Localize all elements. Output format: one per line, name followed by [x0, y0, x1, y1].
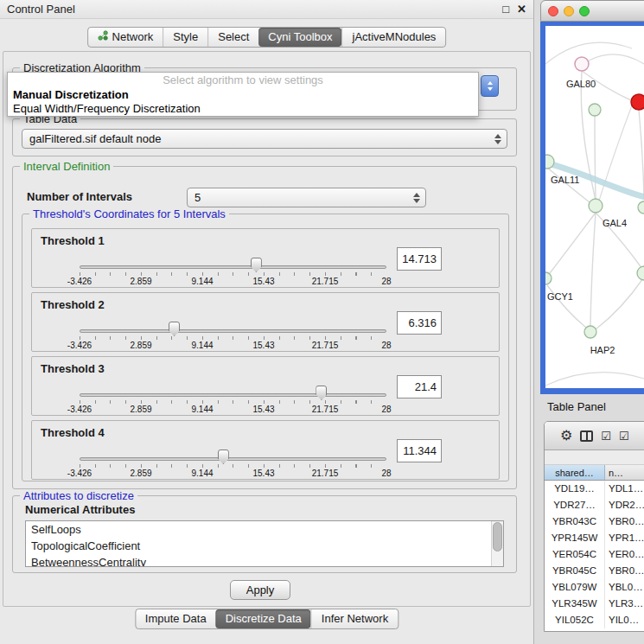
list-item[interactable]: TopologicalCoefficient	[26, 538, 503, 554]
table-row[interactable]: YBR045C YBR0…	[545, 563, 644, 579]
slider-thumb[interactable]	[316, 386, 327, 400]
cyni-bottom-tab-bar: Impute Data Discretize Data Infer Networ…	[135, 609, 399, 629]
algorithm-dropdown-popup: Select algorithm to view settings Manual…	[7, 72, 479, 117]
node-hap2[interactable]	[584, 326, 596, 338]
cell[interactable]: YER054C	[545, 546, 605, 563]
slider-track[interactable]	[80, 265, 386, 269]
show-columns-icon[interactable]	[580, 430, 593, 442]
tick-label: -3.426	[67, 277, 92, 286]
cell[interactable]: YDL1…	[605, 481, 644, 497]
node[interactable]	[638, 201, 644, 214]
gear-icon[interactable]: ⚙	[560, 429, 572, 443]
algorithm-combo-stepper[interactable]	[481, 75, 499, 97]
node[interactable]	[589, 104, 601, 116]
threshold-3-slider[interactable]: -3.426 2.859 9.144 15.43 21.715 28	[80, 388, 386, 414]
slider-thumb[interactable]	[169, 322, 180, 336]
cell[interactable]: YBR0…	[605, 563, 644, 579]
slider-thumb[interactable]	[251, 258, 262, 272]
number-of-intervals-combo[interactable]: 5	[187, 188, 426, 207]
tab-jactivemnodules[interactable]: jActiveMNodules	[342, 28, 446, 47]
menu-item-equal-width-frequency[interactable]: Equal Width/Frequency Discretization	[8, 102, 478, 116]
tab-style[interactable]: Style	[163, 28, 207, 47]
network-canvas[interactable]: GAL80 GAL11 GAL4 GCY1 HAP2	[545, 26, 644, 388]
threshold-2-value-field[interactable]: 6.316	[397, 311, 442, 335]
table-row[interactable]: YBL079W YBL0…	[545, 579, 644, 596]
node-gal80[interactable]	[575, 57, 589, 71]
node-gal4[interactable]	[589, 199, 603, 213]
table-body: YDL19… YDL1… YDR27… YDR2… YBR043C YBR0… …	[545, 481, 644, 628]
node-gal11[interactable]	[545, 155, 554, 169]
cell[interactable]: YLR3…	[605, 596, 644, 612]
tab-label: jActiveMNodules	[353, 28, 437, 47]
node-label-gcy1: GCY1	[547, 291, 573, 302]
table-data-combo[interactable]: galFiltered.sif default node	[22, 129, 507, 149]
threshold-4-slider[interactable]: -3.426 2.859 9.144 15.43 21.715 28	[80, 452, 386, 478]
table-row[interactable]: YBR043C YBR0…	[545, 513, 644, 530]
tab-network[interactable]: Network	[88, 28, 163, 47]
table-row[interactable]: YPR145W YPR1…	[545, 530, 644, 546]
node-gcy1[interactable]	[545, 272, 552, 284]
table-row[interactable]: YDR27… YDR2…	[545, 497, 644, 513]
cell[interactable]: YDR27…	[545, 497, 605, 513]
threshold-3-title: Threshold 3	[41, 362, 105, 375]
list-item[interactable]: BetweennessCentrality	[26, 554, 503, 567]
scrollbar-thumb[interactable]	[493, 522, 502, 552]
tab-select[interactable]: Select	[207, 28, 258, 47]
cell[interactable]: YIL052C	[545, 612, 605, 628]
list-item[interactable]: SelfLoops	[26, 521, 503, 538]
threshold-3-value-field[interactable]: 21.4	[397, 375, 442, 399]
network-tab-icon	[98, 28, 108, 47]
table-row[interactable]: YER054C YER0…	[545, 546, 644, 563]
table-row[interactable]: YDL19… YDL1…	[545, 481, 644, 497]
tab-impute-data[interactable]: Impute Data	[136, 609, 216, 628]
tab-discretize-data[interactable]: Discretize Data	[216, 609, 311, 628]
cell[interactable]: YDR2…	[605, 497, 644, 513]
threshold-1-slider[interactable]: -3.426 2.859 9.144 15.43 21.715 28	[80, 260, 386, 286]
tab-infer-network[interactable]: Infer Network	[311, 609, 398, 628]
cell[interactable]: YBR043C	[545, 513, 605, 530]
close-icon[interactable]: ✕	[517, 0, 526, 19]
select-none-icon[interactable]: ☑	[619, 430, 629, 442]
table-row[interactable]: YLR345W YLR3…	[545, 596, 644, 612]
cell[interactable]: YBR0…	[605, 513, 644, 530]
slider-track[interactable]	[80, 329, 386, 333]
close-traffic-light[interactable]	[548, 6, 558, 16]
threshold-1-title: Threshold 1	[41, 234, 105, 247]
cell[interactable]: YIL0…	[605, 612, 644, 628]
numerical-attributes-list[interactable]: SelfLoops TopologicalCoefficient Between…	[25, 520, 504, 567]
slider-track[interactable]	[80, 393, 386, 397]
cell[interactable]: YER0…	[605, 546, 644, 563]
column-header-name[interactable]: n…	[605, 465, 644, 481]
cell[interactable]: YLR345W	[545, 596, 605, 612]
list-scrollbar[interactable]	[491, 521, 503, 566]
cell[interactable]: YPR1…	[605, 530, 644, 546]
zoom-traffic-light[interactable]	[579, 6, 590, 16]
table-panel-toolbar: ⚙ ☑ ☑	[545, 422, 644, 450]
slider-tick-marks	[80, 336, 386, 340]
threshold-1-value-field[interactable]: 14.713	[397, 247, 442, 271]
cell[interactable]: YPR145W	[545, 530, 605, 546]
control-panel-window: Control Panel □ ✕ Network	[0, 0, 534, 644]
tick-label: -3.426	[67, 341, 92, 350]
slider-track[interactable]	[80, 457, 386, 461]
tick-label: 15.43	[252, 341, 274, 350]
node[interactable]	[637, 266, 644, 280]
cell[interactable]: YBL079W	[545, 579, 605, 596]
table-row[interactable]: YIL052C YIL0…	[545, 612, 644, 628]
apply-button[interactable]: Apply	[230, 580, 290, 600]
column-header-shared-name[interactable]: shared…	[545, 465, 605, 481]
node-selected-red[interactable]	[631, 94, 644, 110]
cell[interactable]: YBR045C	[545, 563, 605, 579]
threshold-2-slider[interactable]: -3.426 2.859 9.144 15.43 21.715 28	[80, 324, 386, 350]
slider-thumb[interactable]	[218, 450, 229, 464]
float-window-icon[interactable]: □	[502, 0, 509, 19]
select-all-icon[interactable]: ☑	[601, 430, 611, 442]
menu-item-manual-discretization[interactable]: Manual Discretization	[8, 88, 478, 102]
node-label-hap2: HAP2	[590, 345, 615, 355]
tab-cyni-toolbox[interactable]: Cyni Toolbox	[258, 28, 341, 47]
control-panel-titlebar: Control Panel □ ✕	[0, 0, 533, 19]
minimize-traffic-light[interactable]	[564, 6, 574, 16]
cell[interactable]: YBL0…	[605, 579, 644, 596]
cell[interactable]: YDL19…	[545, 481, 605, 497]
threshold-4-value-field[interactable]: 11.344	[397, 439, 442, 462]
